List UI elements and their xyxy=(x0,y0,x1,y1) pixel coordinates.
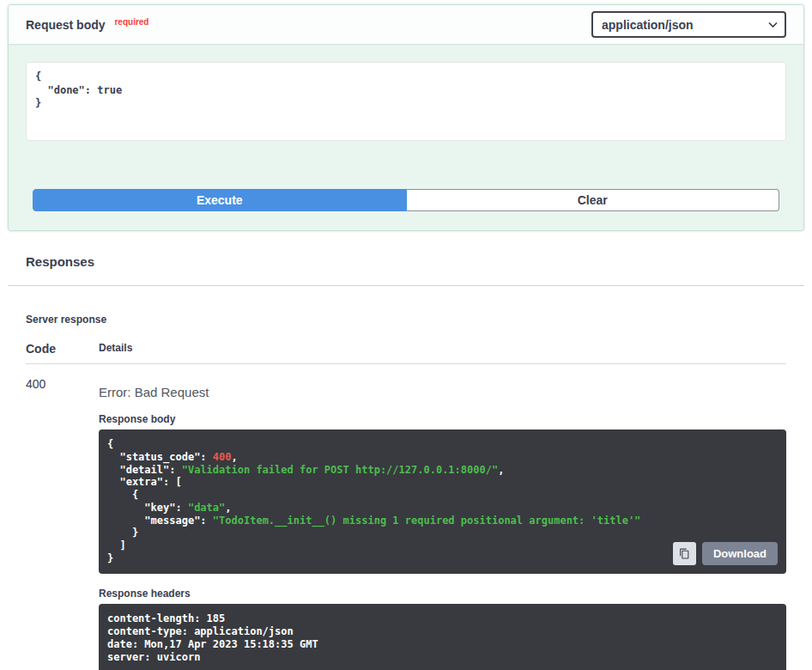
request-body-title-text: Request body xyxy=(26,18,106,32)
request-body-title: Request body required xyxy=(26,17,148,32)
clear-button[interactable]: Clear xyxy=(407,189,780,211)
request-body-section-header: Request body required application/json xyxy=(9,5,803,44)
download-button[interactable]: Download xyxy=(702,542,778,565)
response-headers-block: content-length: 185 content-type: applic… xyxy=(99,604,786,670)
response-table-row: 400 Error: Bad Request Response body { "… xyxy=(26,364,786,670)
response-details-cell: Error: Bad Request Response body { "stat… xyxy=(99,377,786,670)
execute-button[interactable]: Execute xyxy=(33,189,407,211)
download-contents: Download xyxy=(673,542,778,565)
required-badge: required xyxy=(114,17,148,27)
copy-to-clipboard-button[interactable] xyxy=(673,542,696,565)
response-headers-label: Response headers xyxy=(99,588,786,600)
request-body-body: { "done": true } Execute Clear xyxy=(9,44,803,230)
response-table-header: Code Details xyxy=(26,326,786,364)
response-body-block: { "status_code": 400, "detail": "Validat… xyxy=(99,429,786,574)
responses-inner: Server response Code Details 400 Error: … xyxy=(0,286,812,670)
content-type-select[interactable]: application/json xyxy=(591,11,786,38)
request-body-editor[interactable]: { "done": true } xyxy=(26,62,786,141)
server-response-label: Server response xyxy=(26,314,786,326)
code-column-header: Code xyxy=(26,342,99,356)
clipboard-icon xyxy=(679,548,690,559)
details-column-header: Details xyxy=(99,342,786,356)
response-status-code: 400 xyxy=(26,377,99,670)
request-body-panel: Request body required application/json {… xyxy=(8,4,804,231)
content-type-select-wrap: application/json xyxy=(591,11,786,38)
responses-section-header: Responses xyxy=(8,231,804,286)
response-status-text: Error: Bad Request xyxy=(99,385,786,399)
execute-wrapper: Execute Clear xyxy=(33,189,779,211)
response-headers-code: content-length: 185 content-type: applic… xyxy=(107,612,778,664)
responses-title: Responses xyxy=(26,254,786,269)
response-body-label: Response body xyxy=(99,413,786,425)
